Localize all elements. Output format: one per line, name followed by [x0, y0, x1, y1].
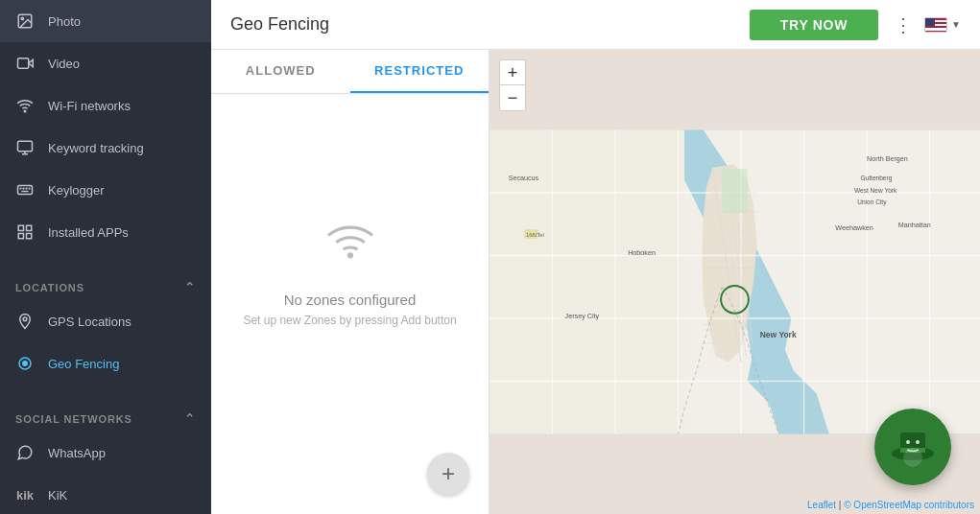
add-zone-button[interactable]: +: [427, 453, 469, 495]
svg-point-1: [21, 17, 23, 19]
sidebar-label-keyword: Keyword tracking: [48, 141, 144, 155]
us-flag-icon: [924, 17, 947, 33]
svg-rect-54: [722, 169, 747, 213]
svg-point-20: [23, 362, 28, 366]
svg-text:Jersey City: Jersey City: [565, 312, 600, 320]
map-area: North Bergen Guttenberg West New York Un…: [490, 50, 980, 514]
sidebar-label-photo: Photo: [48, 14, 81, 29]
sidebar-item-installedapps[interactable]: Installed APPs: [0, 211, 211, 253]
sidebar-item-kik[interactable]: kik KiK: [0, 474, 211, 514]
content-row: ALLOWED RESTRICTED No zones configured S…: [211, 50, 980, 514]
sidebar-item-video[interactable]: Video: [0, 42, 211, 84]
sidebar-item-keyword[interactable]: Keyword tracking: [0, 127, 211, 169]
zoom-out-button[interactable]: −: [500, 85, 525, 110]
svg-text:Secaucus: Secaucus: [509, 174, 539, 182]
agent-hat-icon: [887, 421, 939, 473]
whatsapp-icon: [15, 443, 35, 462]
apps-icon: [15, 222, 35, 242]
locations-section-label: LOCATIONS: [15, 282, 84, 293]
left-panel: ALLOWED RESTRICTED No zones configured S…: [211, 50, 490, 514]
svg-point-73: [916, 440, 920, 444]
sidebar-item-keylogger[interactable]: Keylogger: [0, 169, 211, 211]
topbar-actions: ⋮ ▼: [894, 13, 961, 36]
sidebar-item-photo[interactable]: Photo: [0, 0, 211, 42]
svg-text:Guttenberg: Guttenberg: [861, 175, 893, 182]
keyword-icon: [15, 138, 35, 157]
svg-text:Weehawken: Weehawken: [835, 223, 872, 232]
svg-text:Manhattan: Manhattan: [898, 221, 931, 229]
svg-text:New York: New York: [760, 330, 797, 339]
video-icon: [15, 54, 35, 73]
page-title: Geo Fencing: [230, 14, 734, 35]
language-selector[interactable]: ▼: [924, 17, 961, 33]
svg-rect-16: [27, 234, 32, 239]
agent-avatar: [874, 409, 951, 485]
locations-chevron-icon: ⌃: [184, 280, 196, 294]
svg-point-4: [24, 110, 26, 112]
svg-rect-17: [18, 234, 23, 239]
more-options-icon[interactable]: ⋮: [894, 13, 915, 36]
map-zoom-controls: + −: [499, 59, 526, 111]
svg-text:West New York: West New York: [854, 187, 897, 194]
sidebar: Photo Video Wi-Fi networks Keyword track…: [0, 0, 211, 514]
topbar: Geo Fencing TRY NOW ⋮ ▼: [211, 0, 980, 50]
sidebar-label-whatsapp: WhatsApp: [48, 446, 106, 460]
sidebar-item-gps[interactable]: GPS Locations: [0, 300, 211, 342]
tab-panel: No zones configured Set up new Zones by …: [211, 94, 489, 514]
sidebar-label-geofencing: Geo Fencing: [48, 357, 119, 371]
svg-text:166/Tel: 166/Tel: [526, 232, 544, 238]
social-section-header: SOCIAL NETWORKS ⌃: [0, 402, 211, 432]
svg-text:Hoboken: Hoboken: [628, 248, 656, 257]
sidebar-label-gps: GPS Locations: [48, 315, 131, 329]
main-content: Geo Fencing TRY NOW ⋮ ▼ ALLOWED RESTRICT…: [211, 0, 980, 514]
wifi-icon: [15, 96, 35, 115]
svg-rect-2: [18, 58, 29, 69]
sidebar-label-video: Video: [48, 57, 80, 71]
leaflet-link[interactable]: Leaflet: [807, 500, 836, 510]
osm-link[interactable]: © OpenStreetMap contributors: [844, 500, 974, 510]
try-now-button[interactable]: TRY NOW: [750, 10, 878, 40]
svg-rect-8: [18, 186, 33, 195]
sidebar-label-kik: KiK: [48, 488, 67, 502]
zoom-in-button[interactable]: +: [500, 60, 525, 85]
no-zones-sub: Set up new Zones by pressing Add button: [243, 314, 456, 327]
map-attribution: Leaflet | © OpenStreetMap contributors: [807, 500, 974, 510]
sidebar-item-whatsapp[interactable]: WhatsApp: [0, 432, 211, 474]
tab-allowed[interactable]: ALLOWED: [211, 50, 350, 93]
sidebar-label-wifi: Wi-Fi networks: [48, 99, 131, 113]
keylogger-icon: [15, 180, 35, 199]
photo-icon: [15, 12, 35, 31]
sidebar-label-installedapps: Installed APPs: [48, 225, 129, 240]
svg-text:North Bergen: North Bergen: [867, 154, 908, 163]
tab-restricted[interactable]: RESTRICTED: [350, 50, 490, 93]
sidebar-label-keylogger: Keylogger: [48, 183, 105, 198]
social-chevron-icon: ⌃: [184, 411, 196, 426]
svg-rect-15: [27, 225, 32, 230]
chevron-down-icon: ▼: [951, 19, 961, 30]
social-section-label: SOCIAL NETWORKS: [15, 413, 132, 425]
sidebar-item-geofencing[interactable]: Geo Fencing: [0, 342, 211, 385]
kik-icon: kik: [15, 485, 35, 504]
leaflet-attribution: Leaflet | © OpenStreetMap contributors: [807, 500, 974, 510]
sidebar-item-wifi[interactable]: Wi-Fi networks: [0, 84, 211, 127]
svg-rect-5: [18, 141, 33, 152]
svg-text:Union City: Union City: [857, 199, 887, 206]
svg-point-18: [23, 317, 27, 321]
locations-section-header: LOCATIONS ⌃: [0, 270, 211, 300]
no-zones-icon: [326, 223, 374, 280]
gps-icon: [15, 312, 35, 331]
geofencing-icon: [15, 354, 35, 373]
svg-point-72: [906, 440, 910, 444]
no-zones-title: No zones configured: [284, 292, 417, 308]
svg-rect-14: [18, 225, 23, 230]
tabs: ALLOWED RESTRICTED: [211, 50, 489, 94]
